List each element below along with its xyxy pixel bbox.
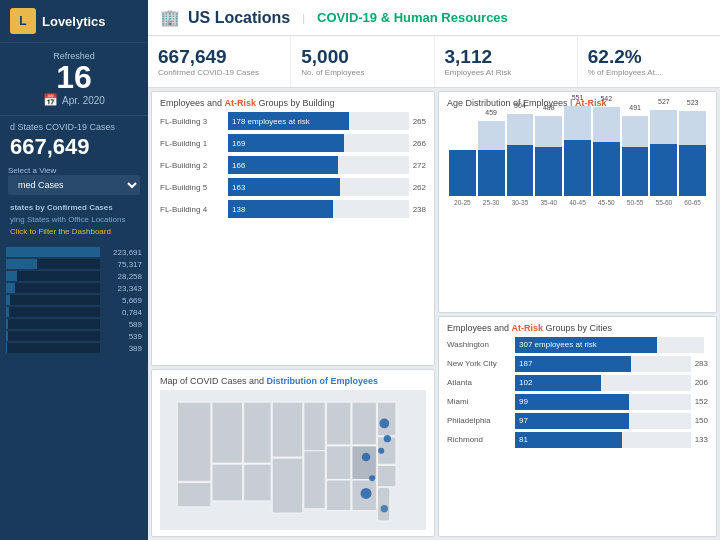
age-top-label: 551 xyxy=(564,94,591,101)
state-bar-row[interactable]: 23,343 xyxy=(0,282,148,294)
city-bar-row: Philadelphia 97 150 xyxy=(447,413,708,429)
age-top-label: 504 xyxy=(507,102,534,109)
age-top-label: 523 xyxy=(679,99,706,106)
age-bar-risk xyxy=(478,150,505,196)
state-bar-row[interactable]: 75,317 xyxy=(0,258,148,270)
city-bar-fill: 81 xyxy=(515,432,622,448)
svg-rect-17 xyxy=(378,487,390,520)
age-label: 50-55 xyxy=(627,199,644,206)
age-label: 30-35 xyxy=(512,199,529,206)
age-top-label: 542 xyxy=(593,95,620,102)
city-risk-text: 102 xyxy=(519,378,532,387)
state-bar-row[interactable]: 0,784 xyxy=(0,306,148,318)
city-bar-fill: 307 employees at risk xyxy=(515,337,657,353)
cases-label: d States COVID-19 Cases xyxy=(0,116,148,134)
state-bar-outer xyxy=(6,319,100,329)
kpi-label: Confirmed COVID-19 Cases xyxy=(158,68,280,77)
age-bar-risk xyxy=(507,145,534,196)
age-label: 40-45 xyxy=(569,199,586,206)
state-bar-row[interactable]: 539 xyxy=(0,330,148,342)
age-top-label: 527 xyxy=(650,98,677,105)
age-bar-risk xyxy=(535,147,562,196)
kpi-number: 3,112 xyxy=(445,47,567,66)
age-bar-stack: 491 xyxy=(622,116,649,196)
click-filter-label[interactable]: Click to Filter the Dashboard xyxy=(0,225,148,242)
kpi-row: 667,649 Confirmed COVID-19 Cases 5,000 N… xyxy=(148,36,720,88)
building-bar-row: FL-Building 3 178 employees at risk 265 xyxy=(160,112,426,130)
city-bar-fill: 97 xyxy=(515,413,629,429)
svg-point-22 xyxy=(384,435,391,442)
age-bar-stack: 488 xyxy=(535,116,562,196)
state-bar-fill xyxy=(6,307,9,317)
state-bar-row[interactable]: 223,691 xyxy=(0,246,148,258)
calendar-icon: 📅 xyxy=(43,93,58,107)
city-bar-outer: 187 xyxy=(515,356,691,372)
city-label: Richmond xyxy=(447,435,515,444)
building-risk-text: 166 xyxy=(232,161,245,170)
city-bar-row: Richmond 81 133 xyxy=(447,432,708,448)
svg-point-24 xyxy=(362,453,371,462)
state-bar-row[interactable]: 5,669 xyxy=(0,294,148,306)
select-view-label: Select a View xyxy=(0,164,148,175)
building-bar-row: FL-Building 5 163 262 xyxy=(160,178,426,196)
city-total: 283 xyxy=(695,359,708,368)
svg-point-21 xyxy=(379,419,389,429)
building-bar-outer: 138 xyxy=(228,200,409,218)
age-bar-col: 527 55-60 xyxy=(650,110,677,206)
svg-rect-7 xyxy=(326,446,350,479)
map-panel-title: Map of COVID Cases and Distribution of E… xyxy=(160,376,426,386)
svg-rect-14 xyxy=(326,480,350,510)
age-bar-stack xyxy=(449,150,476,196)
svg-rect-15 xyxy=(304,451,325,509)
svg-rect-19 xyxy=(212,464,242,501)
age-bar-stack: 523 xyxy=(679,111,706,196)
svg-rect-2 xyxy=(212,402,242,463)
us-map xyxy=(160,390,426,530)
age-bar-stack: 527 xyxy=(650,110,677,196)
city-total: 152 xyxy=(695,397,708,406)
age-bar-risk xyxy=(593,142,620,196)
state-value: 589 xyxy=(104,320,142,329)
age-bar-col: 504 30-35 xyxy=(507,114,534,206)
city-bar-row: Atlanta 102 206 xyxy=(447,375,708,391)
right-panels: Age Distribution of Employees | At-Risk … xyxy=(438,88,720,540)
view-select[interactable]: med Cases xyxy=(8,175,140,195)
city-total: 133 xyxy=(695,435,708,444)
building-bar-fill: 163 xyxy=(228,178,340,196)
svg-rect-16 xyxy=(272,458,302,513)
left-panels: Employees and At-Risk Groups by Building… xyxy=(148,88,438,540)
logo-bar: L Lovelytics xyxy=(0,0,148,43)
age-label: 35-40 xyxy=(540,199,557,206)
city-bar-outer: 307 employees at risk xyxy=(515,337,704,353)
state-bar-row[interactable]: 589 xyxy=(0,318,148,330)
building-icon: 🏢 xyxy=(160,8,180,27)
kpi-item: 5,000 No. of Employees xyxy=(291,36,434,87)
building-bar-outer: 166 xyxy=(228,156,409,174)
svg-rect-10 xyxy=(378,402,396,435)
building-total: 238 xyxy=(413,205,426,214)
svg-rect-9 xyxy=(352,446,376,479)
state-bar-outer xyxy=(6,247,100,257)
building-risk-text: 178 employees at risk xyxy=(232,117,310,126)
state-value: 0,784 xyxy=(104,308,142,317)
age-bar-stack: 504 xyxy=(507,114,534,196)
building-label: FL-Building 3 xyxy=(160,117,228,126)
page-header: 🏢 US Locations | COVID-19 & Human Resour… xyxy=(148,0,720,36)
cities-panel-title: Employees and At-Risk Groups by Cities xyxy=(447,323,708,333)
city-risk-text: 99 xyxy=(519,397,528,406)
age-bar-stack: 459 xyxy=(478,121,505,196)
kpi-label: No. of Employees xyxy=(301,68,423,77)
age-bar-col: 523 60-65 xyxy=(679,111,706,206)
state-value: 389 xyxy=(104,344,142,353)
state-bar-row[interactable]: 389 xyxy=(0,342,148,354)
content-area: Employees and At-Risk Groups by Building… xyxy=(148,88,720,540)
city-label: Atlanta xyxy=(447,378,515,387)
svg-rect-5 xyxy=(304,402,325,451)
age-chart: 20-25 459 25-30 504 30-35 488 35-40 551 … xyxy=(447,112,708,222)
state-bar-row[interactable]: 28,258 xyxy=(0,270,148,282)
city-label: New York City xyxy=(447,359,515,368)
state-value: 223,691 xyxy=(104,248,142,257)
city-bar-fill: 102 xyxy=(515,375,601,391)
building-panel: Employees and At-Risk Groups by Building… xyxy=(151,91,435,366)
cases-num: 667,649 xyxy=(0,134,148,164)
